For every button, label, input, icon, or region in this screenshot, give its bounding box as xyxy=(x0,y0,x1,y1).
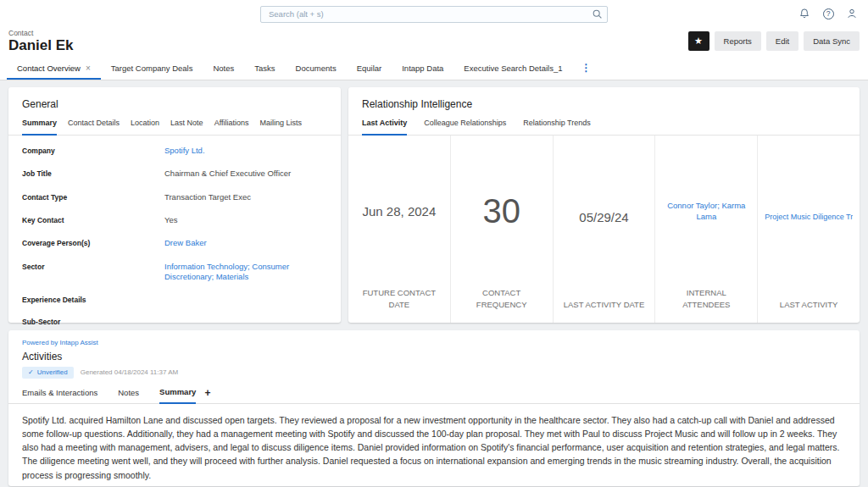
field-experience-details: Experience Details xyxy=(22,289,327,311)
general-subtabs: Summary Contact Details Location Last No… xyxy=(8,119,341,136)
subtab-location[interactable]: Location xyxy=(131,119,159,135)
general-fields: Company Spotify Ltd. Job Title Chairman … xyxy=(8,136,341,361)
tab-contact-overview[interactable]: Contact Overview × xyxy=(7,64,101,80)
subtab-colleague-relationships[interactable]: Colleague Relationships xyxy=(424,119,506,135)
metric-internal-attendees: Connor Taylor; Karma Lama INTERNAL ATTEN… xyxy=(654,136,757,323)
activities-card: Powered by Intapp Assist Activities ✓ Un… xyxy=(8,330,860,486)
tab-intapp-data[interactable]: Intapp Data xyxy=(392,64,453,80)
edit-button[interactable]: Edit xyxy=(766,31,798,51)
activities-meta: ✓ Unverified Generated 04/18/2024 11:37 … xyxy=(22,367,846,379)
subtab-relationship-trends[interactable]: Relationship Trends xyxy=(523,119,591,135)
ri-card-title: Relationship Intelligence xyxy=(348,87,860,119)
metric-label: CONTACT FREQUENCY xyxy=(451,287,553,323)
metric-future-contact-date: Jun 28, 2024 FUTURE CONTACT DATE xyxy=(348,136,450,323)
add-tab-plus-icon[interactable]: + xyxy=(204,387,210,403)
tab-notes[interactable]: Notes xyxy=(203,64,244,80)
subtab-mailing-lists[interactable]: Mailing Lists xyxy=(259,119,302,135)
field-label: Sub-Sector xyxy=(22,317,164,326)
help-question-glyph: ? xyxy=(823,8,834,19)
field-value: Transaction Target Exec xyxy=(164,192,251,202)
tab-emails-interactions[interactable]: Emails & Interactions xyxy=(22,388,97,403)
user-profile-icon[interactable] xyxy=(846,8,858,19)
help-icon[interactable]: ? xyxy=(822,8,834,19)
activities-tab-bar: Emails & Interactions Notes Summary + xyxy=(8,387,860,404)
powered-by-label: Powered by Intapp Assist xyxy=(22,339,846,346)
metric-last-activity-date: 05/29/24 LAST ACTIVITY DATE xyxy=(553,136,655,323)
header-actions: ★ Reports Edit Data Sync xyxy=(688,31,860,51)
title-block: Contact Daniel Ek xyxy=(8,29,74,54)
check-icon: ✓ xyxy=(28,368,34,376)
field-value-link[interactable]: Information Technology; Consumer Discret… xyxy=(164,262,327,283)
activities-title: Activities xyxy=(22,351,846,362)
relationship-intelligence-card: Relationship Intelligence Last Activity … xyxy=(348,87,860,323)
data-sync-button[interactable]: Data Sync xyxy=(804,31,860,51)
field-company: Company Spotify Ltd. xyxy=(22,140,327,163)
unverified-badge[interactable]: ✓ Unverified xyxy=(22,367,74,379)
subtab-last-activity[interactable]: Last Activity xyxy=(362,119,407,136)
tab-equilar[interactable]: Equilar xyxy=(347,64,392,80)
tab-label: Contact Overview xyxy=(17,64,81,73)
reports-button[interactable]: Reports xyxy=(715,31,761,51)
page-header: Contact Daniel Ek ★ Reports Edit Data Sy… xyxy=(0,27,868,58)
general-card: General Summary Contact Details Location… xyxy=(8,87,341,323)
favorite-button[interactable]: ★ xyxy=(688,31,709,51)
metric-contact-frequency: 30 CONTACT FREQUENCY xyxy=(450,136,553,323)
tab-activity-notes[interactable]: Notes xyxy=(118,388,139,403)
subtab-affiliations[interactable]: Affiliations xyxy=(214,119,249,135)
badge-label: Unverified xyxy=(37,368,68,376)
metric-label: INTERNAL ATTENDEES xyxy=(655,287,757,323)
search-icon[interactable] xyxy=(592,8,603,19)
search-input[interactable] xyxy=(260,6,608,23)
field-contact-type: Contact Type Transaction Target Exec xyxy=(22,185,327,208)
general-card-title: General xyxy=(8,87,341,119)
ri-metrics: Jun 28, 2024 FUTURE CONTACT DATE 30 CONT… xyxy=(348,136,860,323)
metric-value-link[interactable]: Connor Taylor; Karma Lama xyxy=(662,200,750,223)
field-label: Experience Details xyxy=(22,295,164,304)
close-icon[interactable]: × xyxy=(86,64,91,73)
field-label: Sector xyxy=(22,262,164,271)
tab-executive-search-details[interactable]: Executive Search Details_1 xyxy=(453,64,572,80)
notifications-bell-icon[interactable] xyxy=(798,8,810,19)
field-value-link[interactable]: Spotify Ltd. xyxy=(164,146,205,156)
page-title: Daniel Ek xyxy=(8,37,74,54)
topbar: ? xyxy=(0,0,868,27)
metric-label: LAST ACTIVITY xyxy=(758,299,860,323)
top-row: General Summary Contact Details Location… xyxy=(8,87,860,323)
tab-documents[interactable]: Documents xyxy=(286,64,347,80)
subtab-summary[interactable]: Summary xyxy=(22,119,57,136)
more-tabs-kebab-icon[interactable]: ⋮ xyxy=(573,62,600,80)
main-tab-bar: Contact Overview × Target Company Deals … xyxy=(0,58,868,80)
field-value: Chairman & Chief Executive Officer xyxy=(164,169,291,179)
metric-value-link[interactable]: Project Music Diligence Transcript xyxy=(765,213,853,221)
metric-label: LAST ACTIVITY DATE xyxy=(554,299,655,323)
field-coverage-persons: Coverage Person(s) Drew Baker xyxy=(22,232,327,255)
app: ? Contact Daniel Ek ★ Reports Edit Data … xyxy=(0,0,868,487)
topbar-icons: ? xyxy=(798,0,858,27)
field-sector: Sector Information Technology; Consumer … xyxy=(22,255,327,289)
metric-label: FUTURE CONTACT DATE xyxy=(348,287,450,323)
metric-value: Jun 28, 2024 xyxy=(363,204,437,219)
field-label: Job Title xyxy=(22,169,164,178)
field-label: Key Contact xyxy=(22,215,164,224)
tab-target-company-deals[interactable]: Target Company Deals xyxy=(101,64,203,80)
field-label: Contact Type xyxy=(22,192,164,202)
activity-summary-text: Spotify Ltd. acquired Hamilton Lane and … xyxy=(22,413,846,482)
tab-tasks[interactable]: Tasks xyxy=(244,64,285,80)
record-type-label: Contact xyxy=(8,29,74,37)
metric-value: 30 xyxy=(482,192,520,230)
field-label: Company xyxy=(22,146,164,155)
field-value-link[interactable]: Drew Baker xyxy=(164,238,207,248)
content: General Summary Contact Details Location… xyxy=(0,80,868,487)
field-label: Coverage Person(s) xyxy=(22,238,164,247)
ri-subtabs: Last Activity Colleague Relationships Re… xyxy=(348,119,860,136)
field-key-contact: Key Contact Yes xyxy=(22,209,327,232)
global-search xyxy=(260,5,608,22)
tab-summary[interactable]: Summary xyxy=(159,387,196,404)
generated-timestamp: Generated 04/18/2024 11:37 AM xyxy=(81,368,179,376)
subtab-contact-details[interactable]: Contact Details xyxy=(68,119,120,135)
star-icon: ★ xyxy=(694,36,703,47)
field-value: Yes xyxy=(164,215,178,225)
subtab-last-note[interactable]: Last Note xyxy=(170,119,203,135)
metric-last-activity: Project Music Diligence Transcript LAST … xyxy=(757,136,860,323)
metric-value: 05/29/24 xyxy=(579,210,628,224)
